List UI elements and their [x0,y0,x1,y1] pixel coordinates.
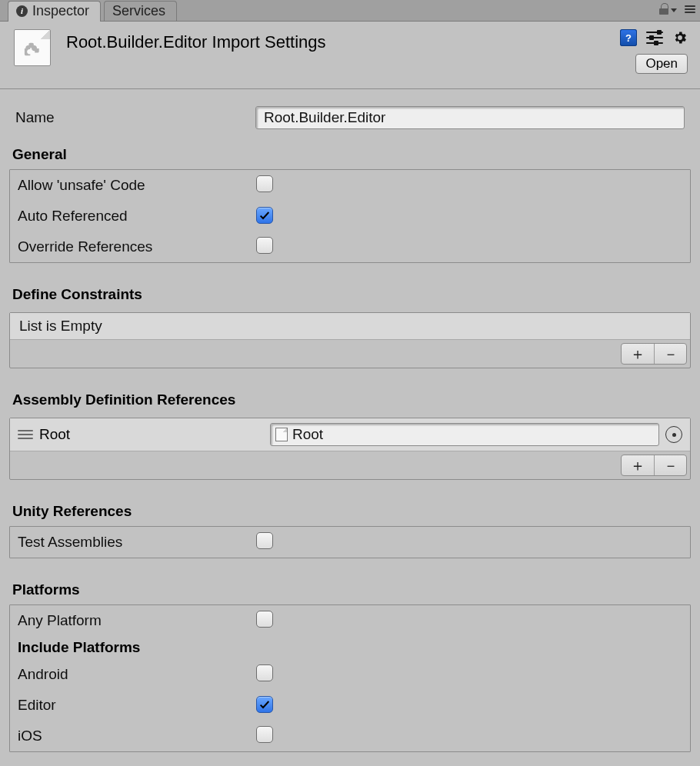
gear-icon[interactable] [672,30,688,45]
prop-platform-android: Android [10,659,690,690]
platform-ios-checkbox[interactable] [256,726,273,743]
help-icon[interactable] [620,29,637,46]
tab-inspector[interactable]: Inspector [8,1,101,21]
prop-name: Name [9,92,691,134]
allow-unsafe-checkbox[interactable] [256,175,273,192]
assembly-ref-row: Root Root [10,418,690,451]
presets-icon[interactable] [646,29,663,46]
define-constraints-list: List is Empty ＋ － [9,312,691,368]
tab-inspector-label: Inspector [32,3,89,19]
assembly-refs-add-button[interactable]: ＋ [622,455,654,475]
inspector-body: Name General Allow 'unsafe' Code Auto Re… [0,89,700,766]
header-tools [620,29,688,46]
prop-platform-ios: iOS [10,721,690,751]
assembly-refs-remove-button[interactable]: － [654,455,686,475]
section-general-title: General [9,134,691,169]
any-platform-checkbox[interactable] [256,611,273,628]
section-unity-refs: Test Assemblies [9,526,691,558]
tabbar-tools [658,3,695,15]
test-assemblies-label: Test Assemblies [18,534,256,551]
any-platform-label: Any Platform [18,612,256,629]
allow-unsafe-label: Allow 'unsafe' Code [18,177,256,194]
name-label: Name [15,109,255,126]
assembly-refs-list: Root Root ＋ － [9,418,691,480]
section-platforms-title: Platforms [9,569,691,604]
page-title: Root.Builder.Editor Import Settings [66,32,326,52]
inspector-header: Root.Builder.Editor Import Settings Open [0,22,700,89]
platform-editor-checkbox[interactable] [256,696,273,713]
assembly-ref-object-field[interactable]: Root [270,423,659,446]
info-icon [16,5,28,17]
open-button[interactable]: Open [635,54,688,74]
lock-icon[interactable] [658,3,669,15]
define-constraints-remove-button[interactable]: － [654,344,686,364]
puzzle-piece-icon [22,41,42,58]
section-define-constraints-title: Define Constraints [9,274,691,309]
prop-allow-unsafe: Allow 'unsafe' Code [10,170,690,201]
context-menu-icon[interactable] [685,5,695,13]
define-constraints-empty: List is Empty [10,313,690,340]
include-platforms-title: Include Platforms [10,636,690,659]
platform-android-label: Android [18,666,256,683]
section-general: Allow 'unsafe' Code Auto Referenced Over… [9,169,691,263]
test-assemblies-checkbox[interactable] [256,532,273,549]
prop-test-assemblies: Test Assemblies [10,527,690,558]
prop-auto-referenced: Auto Referenced [10,201,690,231]
section-platforms: Any Platform Include Platforms Android E… [9,604,691,752]
assembly-ref-value: Root [292,426,323,443]
platform-editor-label: Editor [18,697,256,714]
drag-handle-icon[interactable] [18,430,33,439]
define-constraints-add-button[interactable]: ＋ [622,344,654,364]
name-field[interactable] [255,106,685,129]
prop-override-references: Override References [10,231,690,262]
tab-dropdown-icon[interactable] [671,8,677,12]
tab-bar: Inspector Services [0,0,700,22]
prop-platform-editor: Editor [10,690,690,721]
platform-ios-label: iOS [18,728,256,744]
section-unity-refs-title: Unity References [9,491,691,526]
assembly-ref-label: Root [39,426,270,443]
asmdef-file-icon [275,428,288,441]
tab-services-label: Services [112,3,165,19]
platform-android-checkbox[interactable] [256,664,273,681]
object-picker-icon[interactable] [665,426,682,443]
asset-type-icon [14,29,51,66]
assembly-refs-footer: ＋ － [10,451,690,479]
prop-any-platform: Any Platform [10,605,690,636]
auto-referenced-label: Auto Referenced [18,208,256,225]
define-constraints-footer: ＋ － [10,340,690,368]
override-references-label: Override References [18,238,256,255]
auto-referenced-checkbox[interactable] [256,207,273,224]
section-assembly-refs-title: Assembly Definition References [9,379,691,415]
tab-services[interactable]: Services [104,1,177,21]
override-references-checkbox[interactable] [256,237,273,254]
